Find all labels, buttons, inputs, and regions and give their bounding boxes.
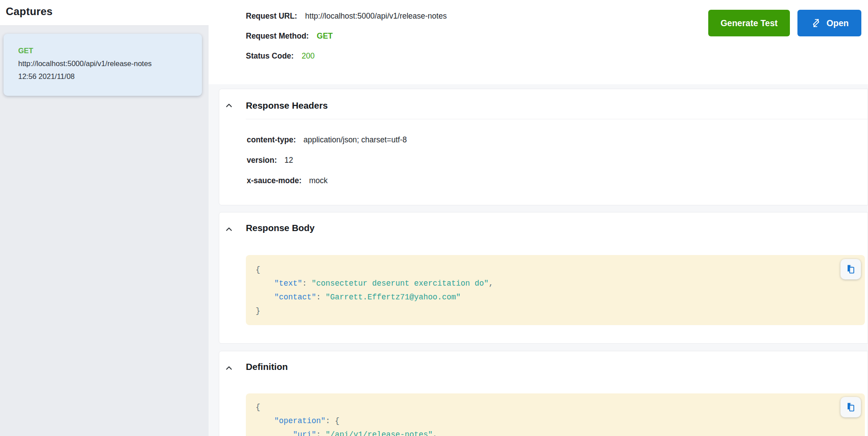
response-body-title: Response Body [246, 222, 315, 234]
request-info-rows: Request URL: http://localhost:5000/api/v… [246, 10, 447, 70]
header-row-content-type: content-type: application/json; charset=… [247, 134, 407, 145]
collapse-definition-button[interactable] [223, 362, 235, 374]
sidebar-header: Captures [0, 0, 209, 26]
definition-code: { "operation": { "uri": "/api/v1/release… [246, 393, 865, 436]
generate-test-button[interactable]: Generate Test [708, 10, 790, 36]
status-code-label: Status Code: [246, 51, 294, 60]
header-row-version: version: 12 [247, 155, 407, 165]
header-name: version: [247, 156, 277, 165]
generate-test-label: Generate Test [721, 18, 778, 28]
copy-icon [845, 402, 856, 412]
status-code-row: Status Code: 200 [246, 50, 447, 62]
capture-item-content: GET http://localhost:5000/api/v1/release… [18, 44, 152, 83]
section-response-headers: Response Headers content-type: applicati… [219, 89, 868, 205]
header-row-x-sauce-mode: x-sauce-mode: mock [247, 175, 407, 186]
chevron-up-icon [225, 102, 233, 110]
collapse-response-headers-button[interactable] [223, 100, 235, 111]
header-value: 12 [284, 156, 293, 165]
chevron-up-icon [225, 225, 233, 233]
response-body-code: { "text": "consectetur deserunt exercita… [246, 255, 865, 325]
section-definition: Definition { "operation": { "uri": "/api… [219, 351, 868, 436]
request-url-label: Request URL: [246, 12, 297, 20]
header-name: x-sauce-mode: [247, 176, 302, 185]
request-url-row: Request URL: http://localhost:5000/api/v… [246, 10, 447, 22]
chevron-up-icon [225, 364, 233, 372]
diagonal-arrows-icon [810, 17, 822, 29]
capture-method-badge: GET [18, 44, 152, 57]
capture-url: http://localhost:5000/api/v1/release-not… [18, 57, 152, 70]
request-method-label: Request Method: [246, 31, 309, 40]
captures-sidebar: Captures GET http://localhost:5000/api/v… [0, 0, 209, 436]
capture-detail-panel: Request URL: http://localhost:5000/api/v… [209, 0, 868, 436]
header-value: application/json; charset=utf-8 [304, 135, 407, 144]
request-url-value: http://localhost:5000/api/v1/release-not… [305, 12, 447, 20]
capture-list-item[interactable]: GET http://localhost:5000/api/v1/release… [4, 34, 202, 96]
header-value: mock [309, 176, 327, 185]
capture-timestamp: 12:56 2021/11/08 [18, 70, 152, 83]
copy-definition-button[interactable] [840, 397, 861, 417]
section-response-body: Response Body { "text": "consectetur des… [219, 212, 868, 344]
copy-icon [845, 264, 856, 275]
open-button[interactable]: Open [797, 10, 861, 36]
definition-title: Definition [246, 361, 288, 373]
divider [246, 119, 868, 119]
status-code-value: 200 [302, 51, 315, 60]
response-headers-title: Response Headers [246, 100, 328, 111]
copy-response-body-button[interactable] [840, 259, 861, 279]
open-button-label: Open [827, 18, 849, 28]
collapse-response-body-button[interactable] [223, 224, 235, 235]
header-name: content-type: [247, 135, 296, 144]
sidebar-title: Captures [6, 5, 53, 18]
request-summary: Request URL: http://localhost:5000/api/v… [209, 0, 868, 84]
request-method-row: Request Method: GET [246, 30, 447, 42]
response-headers-list: content-type: application/json; charset=… [247, 134, 407, 196]
request-method-value: GET [317, 31, 333, 40]
app-window: Captures GET http://localhost:5000/api/v… [0, 0, 868, 436]
